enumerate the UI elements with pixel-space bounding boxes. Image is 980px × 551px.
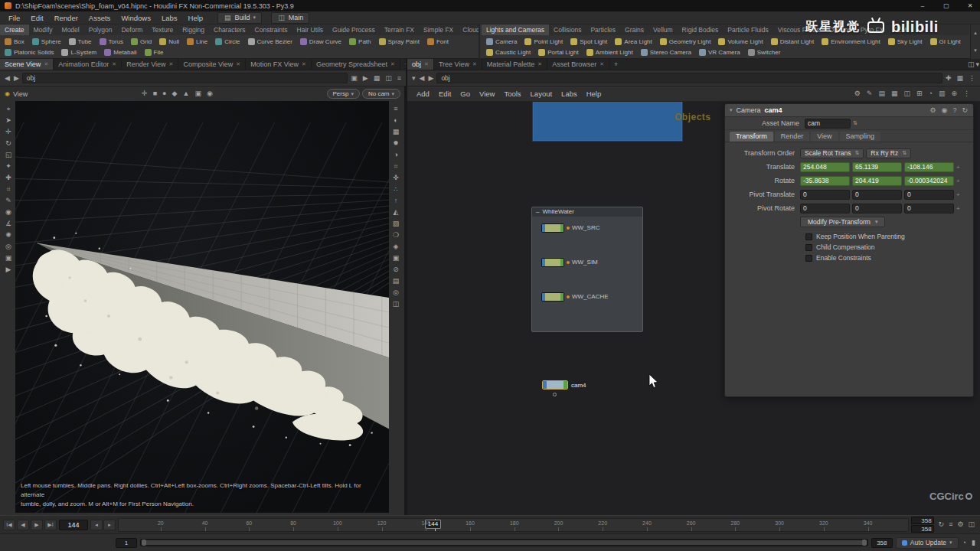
shelf-tool-null[interactable]: Null [156, 36, 182, 47]
node-display-flag[interactable] [560, 224, 564, 232]
menu-assets[interactable]: Assets [83, 12, 116, 24]
range-start-field[interactable]: 1 [116, 538, 137, 548]
shelf-tab-guide-process[interactable]: Guide Process [328, 24, 380, 35]
next-frame-button[interactable]: ▸ [103, 520, 116, 530]
path-history-icon[interactable]: ▾ [411, 74, 416, 83]
node-ww-sim[interactable]: WW_SIM [541, 257, 642, 267]
shelf-tool-vr-camera[interactable]: VR Camera [696, 47, 743, 57]
shelf-tool-tube[interactable]: Tube [66, 36, 95, 47]
close-tab-icon[interactable]: ✕ [169, 61, 174, 67]
pane-tab-scene-view[interactable]: Scene View✕ [0, 59, 54, 70]
play-forward-button[interactable]: ▶ [31, 520, 43, 530]
close-tab-icon[interactable]: ✕ [390, 61, 395, 67]
realtime-toggle-icon[interactable]: ↻ [938, 520, 946, 529]
net-menu-go[interactable]: Go [456, 88, 475, 99]
flipbook-icon[interactable]: ▶ [5, 266, 12, 274]
param-tab-view[interactable]: View [811, 132, 838, 142]
shelf-tool-portal-light[interactable]: Portal Light [535, 47, 581, 57]
menu-windows[interactable]: Windows [116, 12, 156, 24]
pane-tab-obj[interactable]: obj✕ [407, 59, 434, 70]
shelf-tab-texture[interactable]: Texture [147, 24, 178, 35]
shelf-tool-sphere[interactable]: Sphere [29, 36, 64, 47]
collapse-params-icon[interactable]: ▾ [730, 107, 733, 113]
shelf-tool-draw-curve[interactable]: Draw Curve [297, 36, 345, 47]
gizmo-toggle-icon[interactable]: ✜ [392, 174, 400, 182]
shelf-tab-rigging[interactable]: Rigging [178, 24, 209, 35]
network-box-header[interactable]: – WhiteWater [532, 207, 642, 217]
checkbox-child-compensation[interactable] [805, 244, 812, 251]
node-display-flag[interactable] [564, 381, 567, 389]
scene-materials-icon[interactable]: ◈ [393, 243, 400, 251]
viewport-layout-icon[interactable]: ◫ [392, 300, 400, 308]
viewport-3d-scene[interactable] [15, 101, 389, 513]
scale-tool-icon[interactable]: ◱ [5, 151, 13, 159]
sculpt-tool-icon[interactable]: ◉ [5, 208, 12, 217]
split-pane-icon[interactable]: ◫ [384, 74, 393, 83]
rotate-tool-icon[interactable]: ↻ [5, 139, 12, 148]
shelf-tool-font[interactable]: Font [424, 36, 452, 47]
normals-display-icon[interactable]: ↑ [394, 197, 399, 205]
range-end-handle[interactable] [862, 540, 867, 546]
shelf-tab-hair-utils[interactable]: Hair Utils [292, 24, 328, 35]
handles-tool-icon[interactable]: ✚ [5, 174, 12, 182]
network-box-blue[interactable] [532, 102, 683, 142]
asset-name-field[interactable]: cam [805, 119, 851, 129]
back-icon[interactable]: ◀ [4, 74, 11, 83]
pivot-translate-y-field[interactable]: 0 [852, 190, 902, 200]
pose-tool-icon[interactable]: ✦ [5, 162, 12, 171]
node-display-flag[interactable] [560, 293, 564, 301]
menu-render[interactable]: Render [49, 12, 83, 24]
net-menu-add[interactable]: Add [412, 88, 434, 99]
onion-skin-icon[interactable]: ◎ [392, 289, 400, 297]
shelf-tool-metaball[interactable]: Metaball [101, 47, 139, 57]
net-gallery-icon[interactable]: ⊞ [916, 90, 923, 98]
net-split-icon[interactable]: ◫ [903, 90, 911, 98]
points-display-icon[interactable]: ∴ [393, 185, 399, 194]
close-tab-icon[interactable]: ✕ [236, 61, 240, 67]
rotate-z-field[interactable]: -0.000342024 [904, 176, 954, 186]
net-add-icon[interactable]: ✚ [945, 74, 952, 83]
pane-tab-material-palette[interactable]: Material Palette✕ [482, 59, 547, 70]
cam4-node-tile[interactable] [542, 380, 568, 390]
close-tab-icon[interactable]: ✕ [44, 61, 48, 67]
shelf-tab-terrain-fx[interactable]: Terrain FX [380, 24, 419, 35]
show-handles-icon[interactable]: ✛ [141, 90, 149, 98]
playbar-options-icon[interactable]: ⚙ [956, 520, 964, 529]
checkbox-enable-constraints[interactable] [805, 255, 812, 262]
frame-range-slider[interactable] [140, 539, 868, 546]
scene-path-field[interactable]: obj [22, 73, 348, 83]
shelf-tool-curve-bezier[interactable]: Curve Bezier [245, 36, 296, 47]
pane-tab-motion-fx-view[interactable]: Motion FX View✕ [246, 59, 312, 70]
net-grid-icon[interactable]: ▦ [890, 90, 899, 98]
prev-frame-button[interactable]: ◂ [90, 520, 103, 530]
pane-tab-render-view[interactable]: Render View✕ [122, 59, 178, 70]
close-button[interactable]: ✕ [960, 0, 980, 11]
net-menu-tools[interactable]: Tools [499, 88, 525, 99]
shelf-tool-path[interactable]: Path [346, 36, 374, 47]
close-tab-icon[interactable]: ✕ [302, 61, 306, 67]
shelf-tool-caustic-light[interactable]: Caustic Light [483, 47, 534, 57]
display-options-icon[interactable]: ≡ [393, 105, 398, 113]
shelf-tool-environment-light[interactable]: Environment Light [818, 36, 883, 47]
net-notes-icon[interactable]: ▤ [877, 90, 886, 98]
viewport-canvas[interactable]: Left mouse tumbles. Middle pans. Right d… [15, 101, 389, 513]
select-objects-icon[interactable]: ■ [152, 90, 158, 98]
current-frame-field[interactable]: 144 [59, 520, 88, 530]
collapse-box-icon[interactable]: – [536, 208, 539, 215]
net-pen-icon[interactable]: ✎ [866, 90, 874, 98]
rotate-y-field[interactable]: 204.419 [852, 176, 902, 186]
grid-toggle-icon[interactable]: ⌗ [393, 162, 398, 171]
network-path-field[interactable]: obj [436, 73, 942, 83]
display-grid-icon[interactable]: ▦ [373, 74, 381, 83]
view-lock-icon[interactable]: ⊘ [392, 266, 400, 274]
select-points-icon[interactable]: ● [162, 90, 167, 98]
param-help-icon[interactable]: ? [952, 106, 957, 115]
node-display-flag[interactable] [560, 259, 564, 266]
shelf-tool-torus[interactable]: Torus [96, 36, 127, 47]
shelf-tool-spray-paint[interactable]: Spray Paint [376, 36, 423, 47]
close-tab-icon[interactable]: ✕ [472, 61, 477, 67]
shelf-tab-particles[interactable]: Particles [586, 24, 620, 35]
modify-pretransform-button[interactable]: Modify Pre-Transform ▾ [800, 217, 885, 227]
pivot-translate-x-field[interactable]: 0 [800, 190, 850, 200]
light-tool-icon[interactable]: ✺ [5, 231, 12, 240]
